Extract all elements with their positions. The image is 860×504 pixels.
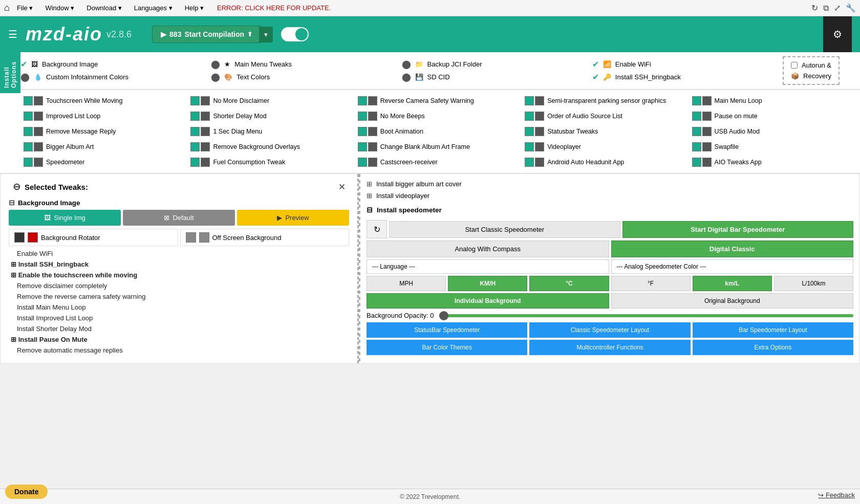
tweak-dark-btn[interactable]: [34, 96, 43, 105]
off-screen-background-item[interactable]: Off Screen Background: [180, 229, 350, 246]
tweak-green-btn[interactable]: [692, 127, 701, 136]
tweak-item[interactable]: Semi-transparent parking sensor graphics: [522, 94, 689, 107]
tweak-green-btn[interactable]: [190, 96, 200, 105]
action-button[interactable]: StatusBar Speedometer: [367, 322, 527, 338]
tweak-green-btn[interactable]: [525, 112, 534, 121]
option-custom-colors[interactable]: ⬤ 💧 Custom Infotainment Colors: [20, 72, 211, 82]
option-ssh-bringback[interactable]: ✔ 🔑 Install SSH_bringback: [592, 72, 783, 82]
tweak-green-btn[interactable]: [24, 158, 33, 167]
option-sd-cid[interactable]: ⬤ 💾 SD CID: [402, 72, 592, 82]
collapse-icon[interactable]: ⊖: [13, 181, 20, 192]
tweak-item[interactable]: Bigger Album Art: [20, 140, 187, 154]
option-enable-wifi[interactable]: ✔ 📶 Enable WiFi: [592, 59, 783, 69]
color-dropdown[interactable]: --- Analog Speedometer Color ---: [611, 259, 854, 274]
tweak-dark-btn[interactable]: [702, 112, 712, 121]
copy-icon[interactable]: ⧉: [823, 4, 829, 13]
original-background-button[interactable]: Original Background: [611, 293, 854, 309]
tweak-green-btn[interactable]: [525, 142, 534, 151]
tweak-dark-btn[interactable]: [368, 127, 377, 136]
single-img-button[interactable]: 🖼 Single Img: [9, 210, 121, 226]
tweak-dark-btn[interactable]: [368, 112, 377, 121]
tweak-dark-btn[interactable]: [535, 142, 544, 151]
tweak-green-btn[interactable]: [358, 96, 367, 105]
menu-help[interactable]: Help ▾: [180, 2, 209, 14]
tweak-item[interactable]: Statusbar Tweaks: [522, 125, 689, 138]
menu-download[interactable]: Download ▾: [81, 2, 126, 14]
tweak-green-btn[interactable]: [525, 96, 534, 105]
autorun-item-1[interactable]: Autorun &: [791, 61, 831, 69]
menu-languages[interactable]: Languages ▾: [129, 2, 178, 14]
action-button[interactable]: Multicontroller Functions: [529, 340, 690, 355]
tweak-green-btn[interactable]: [190, 158, 200, 167]
tweak-item[interactable]: Boot Animation: [355, 125, 522, 138]
option-background-image[interactable]: ✔ 🖼 Background Image: [20, 59, 211, 69]
tweak-item[interactable]: Order of Audio Source List: [522, 109, 689, 123]
tweak-dark-btn[interactable]: [702, 158, 712, 167]
tweak-dark-btn[interactable]: [201, 142, 210, 151]
action-button[interactable]: Bar Color Themes: [367, 340, 527, 355]
tweak-dark-btn[interactable]: [34, 112, 43, 121]
tweak-dark-btn[interactable]: [34, 127, 43, 136]
autorun-checkbox[interactable]: [791, 62, 798, 69]
start-compilation-button[interactable]: ▶ 883 Start Compilation ⬆: [152, 26, 261, 43]
tweak-dark-btn[interactable]: [535, 127, 544, 136]
settings-gear-button[interactable]: ⚙: [823, 16, 852, 52]
tweak-dark-btn[interactable]: [702, 127, 712, 136]
tweak-green-btn[interactable]: [525, 158, 534, 167]
start-classic-speedometer-button[interactable]: Start Classic Speedometer: [389, 221, 620, 238]
tweak-dark-btn[interactable]: [702, 142, 712, 151]
unit-button-f[interactable]: °F: [611, 276, 691, 291]
background-rotator-item[interactable]: Background Rotator: [9, 229, 178, 246]
tweak-dark-btn[interactable]: [702, 96, 712, 105]
expand-icon[interactable]: ⤢: [834, 3, 841, 13]
action-button[interactable]: Classic Speedometer Layout: [529, 322, 690, 338]
preview-button[interactable]: ▶ Preview: [237, 210, 349, 226]
tweak-dark-btn[interactable]: [535, 96, 544, 105]
minus-icon-speedo[interactable]: ⊟: [367, 206, 373, 214]
tweak-green-btn[interactable]: [358, 112, 367, 121]
tweak-item[interactable]: USB Audio Mod: [689, 125, 856, 138]
tweak-item[interactable]: Remove Message Reply: [20, 125, 187, 138]
tweak-item[interactable]: Change Blank Album Art Frame: [355, 140, 522, 154]
tweak-item[interactable]: Pause on mute: [689, 109, 856, 123]
tweak-item[interactable]: Remove Background Overlays: [187, 140, 354, 154]
feedback-link[interactable]: ↪ Feedback: [818, 491, 855, 499]
tweak-green-btn[interactable]: [692, 158, 701, 167]
tweak-dark-btn[interactable]: [201, 112, 210, 121]
option-text-colors[interactable]: ⬤ 🎨 Text Colors: [211, 72, 401, 82]
tweak-green-btn[interactable]: [24, 96, 33, 105]
tweak-item[interactable]: AIO Tweaks App: [689, 156, 856, 169]
tweak-green-btn[interactable]: [190, 142, 200, 151]
refresh-speedometer-button[interactable]: ↻: [367, 220, 387, 238]
home-icon[interactable]: ⌂: [4, 3, 10, 13]
tweak-item[interactable]: Fuel Consumption Tweak: [187, 156, 354, 169]
tweak-green-btn[interactable]: [692, 96, 701, 105]
tweak-dark-btn[interactable]: [368, 96, 377, 105]
unit-button-mph[interactable]: MPH: [367, 276, 446, 291]
tweak-green-btn[interactable]: [190, 112, 200, 121]
install-options-tab[interactable]: Install Options: [0, 52, 20, 93]
tweak-dark-btn[interactable]: [535, 158, 544, 167]
tweak-item[interactable]: Touchscreen While Moving: [20, 94, 187, 107]
tweak-dark-btn[interactable]: [201, 158, 210, 167]
tweak-item[interactable]: Castscreen-receiver: [355, 156, 522, 169]
digital-classic-button[interactable]: Digital Classic: [611, 240, 854, 257]
tweak-dark-btn[interactable]: [34, 142, 43, 151]
menu-file[interactable]: File ▾: [12, 2, 38, 14]
menu-window[interactable]: Window ▾: [40, 2, 79, 14]
hamburger-menu[interactable]: ☰: [8, 28, 17, 40]
tweak-green-btn[interactable]: [24, 127, 33, 136]
tweak-item[interactable]: Videoplayer: [522, 140, 689, 154]
start-dropdown-arrow[interactable]: ▾: [259, 27, 273, 42]
tweak-item[interactable]: No More Beeps: [355, 109, 522, 123]
donate-button[interactable]: Donate: [5, 485, 48, 499]
analog-with-compass-button[interactable]: Analog With Compass: [367, 240, 609, 257]
toggle-switch[interactable]: [281, 27, 309, 41]
close-button[interactable]: ✕: [338, 182, 345, 192]
tweak-item[interactable]: Improved List Loop: [20, 109, 187, 123]
tweak-dark-btn[interactable]: [201, 127, 210, 136]
default-button[interactable]: ⊠ Default: [123, 210, 235, 226]
action-button[interactable]: Bar Speedometer Layout: [693, 322, 853, 338]
option-main-menu-tweaks[interactable]: ⬤ ★ Main Menu Tweaks: [211, 59, 401, 69]
opacity-slider[interactable]: [439, 314, 853, 317]
